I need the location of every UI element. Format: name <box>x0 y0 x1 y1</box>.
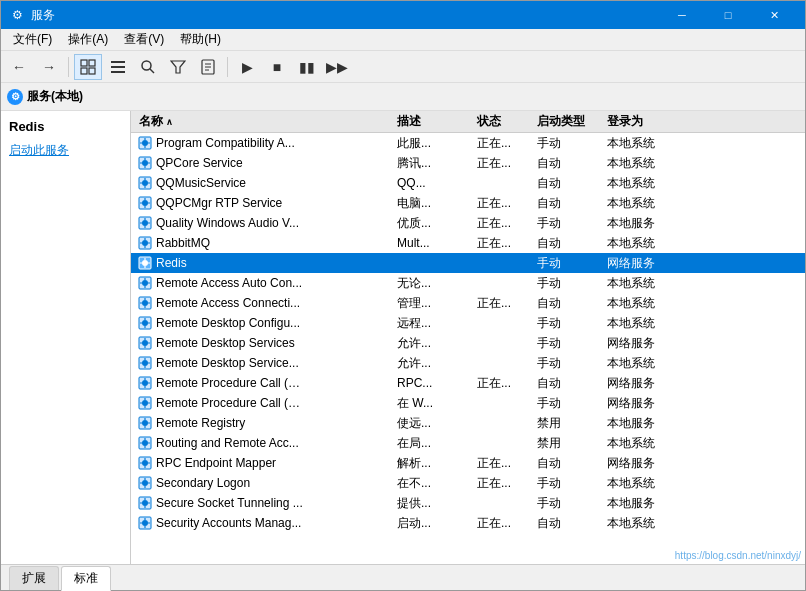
cell-startup: 手动 <box>535 335 605 352</box>
svg-rect-4 <box>111 61 125 63</box>
service-icon <box>137 295 153 311</box>
cell-login: 本地系统 <box>605 235 695 252</box>
cell-status: 正在... <box>475 295 535 312</box>
cell-startup: 自动 <box>535 195 605 212</box>
sort-arrow-icon: ∧ <box>166 117 173 127</box>
table-row[interactable]: RPC Endpoint Mapper 解析... 正在... 自动 网络服务 <box>131 453 805 473</box>
table-row[interactable]: Security Accounts Manag... 启动... 正在... 自… <box>131 513 805 533</box>
cell-login: 本地服务 <box>605 215 695 232</box>
table-row[interactable]: Secure Socket Tunneling ... 提供... 手动 本地服… <box>131 493 805 513</box>
svg-rect-5 <box>111 66 125 68</box>
pause-button[interactable]: ▮▮ <box>293 54 321 80</box>
cell-login: 本地系统 <box>605 315 695 332</box>
menu-file[interactable]: 文件(F) <box>5 29 60 50</box>
address-text: 服务(本地) <box>27 88 83 105</box>
service-icon <box>137 435 153 451</box>
start-button[interactable]: ▶ <box>233 54 261 80</box>
table-row[interactable]: Secondary Logon 在不... 正在... 手动 本地系统 <box>131 473 805 493</box>
cell-desc: 无论... <box>395 275 475 292</box>
table-row[interactable]: QQMusicService QQ... 自动 本地系统 <box>131 173 805 193</box>
cell-login: 本地系统 <box>605 295 695 312</box>
cell-name: Remote Procedure Call (… <box>135 375 395 391</box>
search-button[interactable] <box>134 54 162 80</box>
table-row[interactable]: Routing and Remote Acc... 在局... 禁用 本地系统 <box>131 433 805 453</box>
service-icon <box>137 155 153 171</box>
table-body[interactable]: Program Compatibility A... 此服... 正在... 手… <box>131 133 805 564</box>
main-window: ⚙ 服务 ─ □ ✕ 文件(F) 操作(A) 查看(V) 帮助(H) ← → <box>0 0 806 591</box>
col-header-name[interactable]: 名称 ∧ <box>135 113 395 130</box>
table-row[interactable]: Remote Desktop Service... 允许... 手动 本地系统 <box>131 353 805 373</box>
cell-desc: RPC... <box>395 376 475 390</box>
cell-login: 网络服务 <box>605 255 695 272</box>
cell-login: 本地系统 <box>605 175 695 192</box>
menu-help[interactable]: 帮助(H) <box>172 29 229 50</box>
table-row[interactable]: Remote Access Auto Con... 无论... 手动 本地系统 <box>131 273 805 293</box>
service-icon <box>137 195 153 211</box>
cell-startup: 手动 <box>535 315 605 332</box>
export-button[interactable] <box>194 54 222 80</box>
address-bar: ⚙ 服务(本地) <box>1 83 805 111</box>
table-row[interactable]: Remote Desktop Configu... 远程... 手动 本地系统 <box>131 313 805 333</box>
stop-button[interactable]: ■ <box>263 54 291 80</box>
cell-name: Remote Desktop Service... <box>135 355 395 371</box>
restart-button[interactable]: ▶▶ <box>323 54 351 80</box>
cell-login: 网络服务 <box>605 375 695 392</box>
bottom-tabs: 扩展 标准 <box>1 564 805 590</box>
col-header-startup[interactable]: 启动类型 <box>535 113 605 130</box>
cell-name: RPC Endpoint Mapper <box>135 455 395 471</box>
left-panel: Redis 启动此服务 <box>1 111 131 564</box>
minimize-button[interactable]: ─ <box>659 1 705 29</box>
menu-view[interactable]: 查看(V) <box>116 29 172 50</box>
cell-startup: 自动 <box>535 155 605 172</box>
tab-standard[interactable]: 标准 <box>61 566 111 591</box>
col-header-status[interactable]: 状态 <box>475 113 535 130</box>
svg-rect-6 <box>111 71 125 73</box>
view-btn-1[interactable] <box>74 54 102 80</box>
cell-startup: 自动 <box>535 175 605 192</box>
table-row[interactable]: Remote Desktop Services 允许... 手动 网络服务 <box>131 333 805 353</box>
table-row[interactable]: Program Compatibility A... 此服... 正在... 手… <box>131 133 805 153</box>
cell-startup: 自动 <box>535 235 605 252</box>
back-button[interactable]: ← <box>5 54 33 80</box>
window-title: 服务 <box>31 7 659 24</box>
cell-desc: 提供... <box>395 495 475 512</box>
col-header-desc[interactable]: 描述 <box>395 113 475 130</box>
table-row[interactable]: QQPCMgr RTP Service 电脑... 正在... 自动 本地系统 <box>131 193 805 213</box>
svg-point-45 <box>142 240 148 246</box>
table-row[interactable]: Quality Windows Audio V... 优质... 正在... 手… <box>131 213 805 233</box>
table-row[interactable]: Redis 手动 网络服务 <box>131 253 805 273</box>
maximize-button[interactable]: □ <box>705 1 751 29</box>
table-row[interactable]: Remote Procedure Call (… 在 W... 手动 网络服务 <box>131 393 805 413</box>
cell-startup: 自动 <box>535 455 605 472</box>
menu-action[interactable]: 操作(A) <box>60 29 116 50</box>
cell-status: 正在... <box>475 215 535 232</box>
table-row[interactable]: Remote Access Connecti... 管理... 正在... 自动… <box>131 293 805 313</box>
view-btn-2[interactable] <box>104 54 132 80</box>
window-controls: ─ □ ✕ <box>659 1 797 29</box>
cell-desc: Mult... <box>395 236 475 250</box>
start-service-link[interactable]: 启动此服务 <box>9 142 122 159</box>
col-header-login[interactable]: 登录为 <box>605 113 695 130</box>
filter-button[interactable] <box>164 54 192 80</box>
table-row[interactable]: QPCore Service 腾讯... 正在... 自动 本地系统 <box>131 153 805 173</box>
forward-button[interactable]: → <box>35 54 63 80</box>
tab-expand[interactable]: 扩展 <box>9 566 59 590</box>
window-icon: ⚙ <box>9 7 25 23</box>
svg-point-57 <box>142 280 148 286</box>
cell-login: 本地服务 <box>605 495 695 512</box>
svg-point-129 <box>142 520 148 526</box>
svg-point-15 <box>142 140 148 146</box>
address-icon: ⚙ <box>7 89 23 105</box>
close-button[interactable]: ✕ <box>751 1 797 29</box>
svg-point-99 <box>142 420 148 426</box>
cell-status: 正在... <box>475 135 535 152</box>
cell-name: Routing and Remote Acc... <box>135 435 395 451</box>
table-row[interactable]: Remote Procedure Call (… RPC... 正在... 自动… <box>131 373 805 393</box>
cell-login: 本地系统 <box>605 435 695 452</box>
service-icon <box>137 475 153 491</box>
cell-startup: 自动 <box>535 295 605 312</box>
table-row[interactable]: RabbitMQ Mult... 正在... 自动 本地系统 <box>131 233 805 253</box>
table-row[interactable]: Remote Registry 使远... 禁用 本地服务 <box>131 413 805 433</box>
cell-desc: 允许... <box>395 355 475 372</box>
cell-startup: 手动 <box>535 475 605 492</box>
